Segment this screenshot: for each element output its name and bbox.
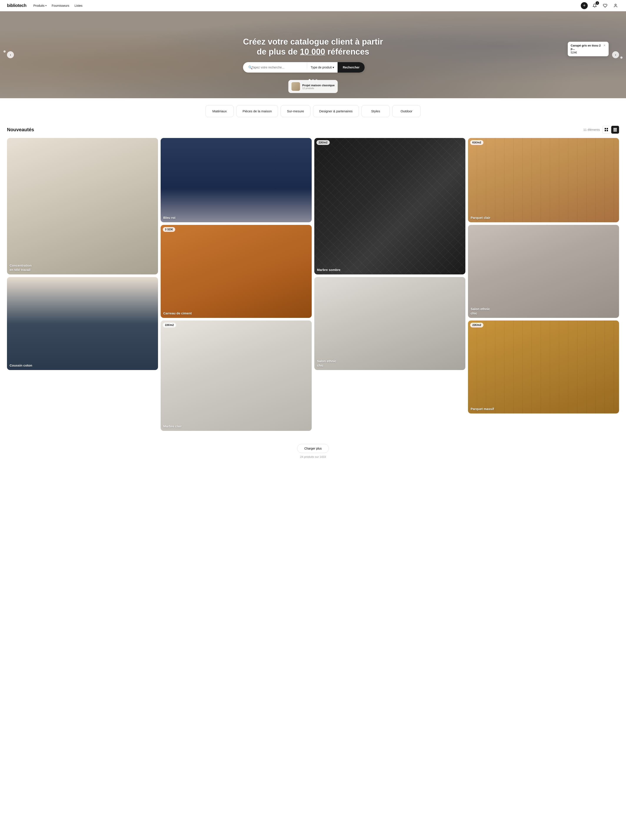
card-parquet-clair[interactable]: 61€/m2 Parquet clair	[468, 138, 619, 222]
logo[interactable]: bibliotech	[7, 3, 26, 8]
svg-rect-3	[605, 130, 606, 131]
grid-view-button[interactable]	[603, 126, 610, 134]
notification-badge: 4	[596, 1, 599, 5]
chevron-down-icon: ▾	[333, 66, 334, 69]
nav-listes[interactable]: Listes	[75, 4, 83, 8]
view-toggle	[603, 126, 619, 134]
products-grid: Concentrationen télé travail Bleu roi 22…	[7, 138, 619, 431]
svg-rect-7	[613, 131, 617, 131]
category-styles[interactable]: Styles	[362, 105, 390, 117]
hero-side-indicator-right	[620, 56, 623, 59]
project-name: Projet maison classique	[302, 84, 335, 87]
navbar: bibliotech Produits ▾ Fournisseurs Liste…	[0, 0, 626, 11]
project-count: 12 produits	[302, 87, 335, 89]
card-label: Parquet massif	[471, 407, 617, 411]
load-more-button[interactable]: Charger plus	[297, 444, 329, 453]
search-icon: 🔍	[248, 65, 253, 69]
user-icon	[613, 3, 618, 8]
card-salon-ethnic-small[interactable]: Salon ethnicchic	[314, 277, 465, 370]
section-header: Nouveautés 11 éléments	[7, 126, 619, 134]
categories-section: Matériaux Pièces de la maison Sur-mesure…	[0, 98, 626, 120]
nav-links: Produits ▾ Fournisseurs Listes	[33, 4, 581, 8]
hero-product-tooltip: ✕ Canapé gris en tissu 2 p... 524€	[568, 42, 609, 56]
card-carreau[interactable]: 3 323€ Carreau de ciment	[161, 225, 312, 318]
chevron-down-icon: ▾	[45, 4, 47, 7]
favorites-button[interactable]	[602, 2, 609, 9]
card-label: Carreau de ciment	[163, 311, 309, 315]
tooltip-product-name: Canapé gris en tissu 2 p...	[571, 44, 606, 50]
section-meta: 11 éléments	[584, 126, 619, 134]
category-pieces[interactable]: Pièces de la maison	[236, 105, 278, 117]
card-concentration[interactable]: Concentrationen télé travail	[7, 138, 158, 275]
card-parquet-massif[interactable]: 22€/m2 Parquet massif	[468, 320, 619, 414]
project-info: Projet maison classique 12 produits	[302, 84, 335, 89]
load-more-section: Charger plus 24 produits sur 1433	[0, 440, 626, 461]
category-outdoor[interactable]: Outdoor	[392, 105, 421, 117]
card-badge: 61€/m2	[470, 140, 484, 145]
card-badge: 22€/m2	[470, 323, 484, 328]
card-badge: 22€/m2	[163, 323, 176, 328]
profile-button[interactable]	[612, 2, 619, 9]
tooltip-product-price: 524€	[571, 51, 606, 54]
list-view-button[interactable]	[611, 126, 619, 134]
card-badge: 22€/m2	[316, 140, 330, 145]
items-count: 11 éléments	[584, 128, 600, 131]
nav-produits[interactable]: Produits ▾	[33, 4, 46, 8]
svg-rect-5	[613, 128, 617, 129]
nouveautes-section: Nouveautés 11 éléments C	[0, 120, 626, 440]
card-marbre-sombre[interactable]: 22€/m2 Marbre sombre	[314, 138, 465, 275]
product-type-dropdown[interactable]: Type de produit ▾	[307, 62, 338, 73]
category-designer[interactable]: Designer & partenaires	[313, 105, 359, 117]
hero-prev-button[interactable]: ‹	[7, 51, 14, 58]
hero-content: Créez votre catalogue client à partir de…	[239, 37, 387, 72]
notifications-button[interactable]: 4	[591, 2, 598, 9]
search-input[interactable]	[243, 66, 307, 69]
card-label: Bleu roi	[163, 215, 309, 220]
category-sur-mesure[interactable]: Sur-mesure	[281, 105, 310, 117]
load-more-meta: 24 produits sur 1433	[0, 455, 626, 459]
card-label: Marbre sombre	[317, 268, 463, 272]
add-button[interactable]: +	[581, 2, 588, 9]
project-thumb-image	[291, 82, 300, 91]
card-coussin[interactable]: Coussin coton	[7, 277, 158, 370]
card-label: Coussin coton	[9, 363, 155, 368]
svg-rect-4	[607, 130, 608, 131]
svg-rect-1	[605, 128, 606, 129]
hero-side-indicator-left	[3, 50, 6, 53]
svg-rect-2	[607, 128, 608, 129]
section-title: Nouveautés	[7, 127, 34, 133]
tooltip-close-button[interactable]: ✕	[603, 44, 606, 47]
card-label: Concentrationen télé travail	[9, 263, 155, 272]
card-label: Salon ethnicchic	[317, 359, 463, 367]
list-icon	[613, 128, 617, 131]
hero-next-button[interactable]: ›	[612, 51, 619, 58]
search-input-wrapper: 🔍	[243, 62, 307, 73]
card-label: Salon ethnicchic	[471, 307, 617, 315]
heart-icon	[603, 3, 607, 8]
svg-rect-6	[613, 129, 617, 130]
categories-grid: Matériaux Pièces de la maison Sur-mesure…	[7, 105, 619, 117]
hero-section: Créez votre catalogue client à partir de…	[0, 11, 626, 98]
svg-point-0	[615, 4, 617, 5]
card-salon-ethnic-large[interactable]: Salon ethnicchic	[468, 225, 619, 318]
card-label: Parquet clair	[471, 215, 617, 220]
nav-fournisseurs[interactable]: Fournisseurs	[52, 4, 69, 8]
category-materiaux[interactable]: Matériaux	[205, 105, 234, 117]
hero-project-card[interactable]: Projet maison classique 12 produits	[288, 80, 338, 93]
hero-title: Créez votre catalogue client à partir de…	[243, 37, 383, 57]
nav-actions: + 4	[581, 2, 619, 9]
grid-icon	[605, 128, 608, 131]
card-marbre-clair[interactable]: 22€/m2 Marbre clair	[161, 320, 312, 431]
card-label: Marbre clair	[163, 424, 309, 428]
card-bleu-roi[interactable]: Bleu roi	[161, 138, 312, 222]
project-thumbnail	[291, 82, 300, 91]
card-badge: 3 323€	[163, 227, 175, 232]
search-button[interactable]: Rechercher	[338, 62, 365, 73]
search-bar: 🔍 Type de produit ▾ Rechercher	[243, 62, 365, 73]
